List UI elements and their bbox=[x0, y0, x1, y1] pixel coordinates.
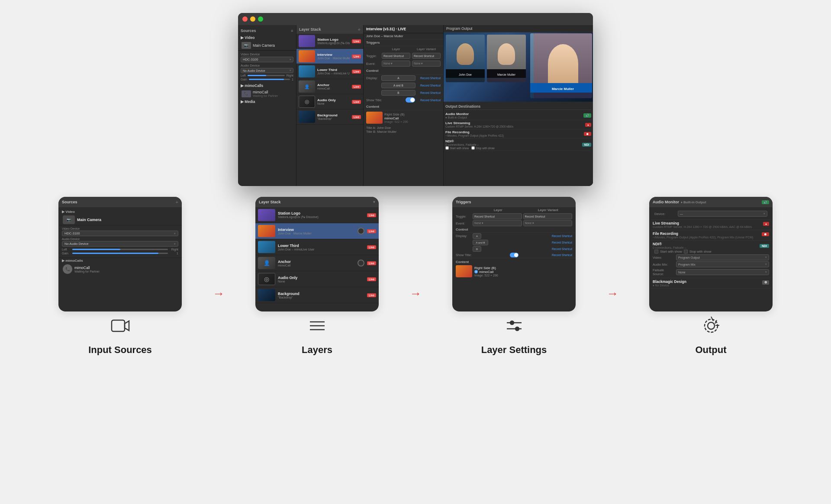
failsafe-select[interactable]: None ▾ bbox=[676, 269, 769, 275]
event-layer-select[interactable]: None ▾ bbox=[382, 61, 410, 67]
live-badge-anchor: Live bbox=[352, 85, 361, 89]
start-show-checkbox[interactable] bbox=[654, 250, 658, 254]
person4-large: Marcie Muller bbox=[534, 33, 592, 98]
layer-thumb-bg bbox=[299, 111, 315, 123]
audio-monitor-dest: Audio Monitor ♦ Built-in Output 🔊 bbox=[445, 111, 591, 120]
live-badge-lower: Live bbox=[352, 70, 361, 74]
ls-show-title-row: Show Title: Record Shortcut bbox=[452, 252, 576, 258]
lc-dial[interactable] bbox=[358, 228, 364, 234]
lc-thumb-bg2 bbox=[258, 289, 275, 301]
lc-station-logo[interactable]: Station Logo StationLogo@2x (⅔ Dissolve)… bbox=[255, 207, 379, 223]
ndi-dest: NDI® 0 connections, Failsafe – Start wit… bbox=[445, 138, 591, 151]
content-thumb bbox=[366, 112, 383, 124]
ls-a-btn[interactable]: A bbox=[473, 233, 481, 239]
video-out-select[interactable]: Program Output ▾ bbox=[676, 254, 769, 260]
display-a-btn[interactable]: A bbox=[381, 75, 416, 81]
show-title-toggle[interactable] bbox=[406, 97, 415, 103]
lc-lower-third[interactable]: Lower Third John Doe – mimoLive User Liv… bbox=[255, 239, 379, 255]
start-with-show-checkbox[interactable] bbox=[445, 146, 449, 150]
layers-panel-header: Layer Stack + bbox=[296, 25, 363, 34]
pan-slider[interactable] bbox=[72, 249, 168, 250]
audio-device-select[interactable]: No Audio Device ▾ bbox=[241, 68, 293, 73]
layer-interview[interactable]: Interview John Doe · Marcie Muller Live bbox=[296, 49, 363, 64]
lc-background[interactable]: Background "Backdrop" Live bbox=[255, 287, 379, 303]
gain-slider[interactable] bbox=[72, 253, 168, 254]
ls-b-btn[interactable]: B bbox=[473, 246, 481, 252]
ndi-badge: NDI bbox=[582, 143, 591, 147]
arrow-right-icon-3: → bbox=[606, 287, 618, 301]
lc-interview[interactable]: Interview John Doe · Marcie Muller Live bbox=[255, 223, 379, 239]
svg-rect-0 bbox=[112, 320, 125, 331]
mimo-calls-label[interactable]: ▶ mimoCalls bbox=[58, 257, 182, 263]
file-recording-dest: File Recording ~/Movies, Program Output … bbox=[445, 129, 591, 138]
svg-marker-1 bbox=[125, 321, 129, 331]
ls-ab-btn[interactable]: A and B bbox=[473, 240, 488, 245]
lc-anchor[interactable]: 👤 Anchor mimoCall Live bbox=[255, 255, 379, 271]
audio-mix-select[interactable]: Program Mix ▾ bbox=[676, 261, 769, 267]
video-group-header[interactable]: ▶ Video bbox=[238, 35, 296, 41]
sources-panel-header: Sources + bbox=[238, 27, 296, 35]
ls-event-variant[interactable]: None ▾ bbox=[523, 220, 573, 226]
stop-show-checkbox[interactable] bbox=[684, 250, 688, 254]
mimo-thumb: 📞 bbox=[242, 90, 251, 97]
layer-background[interactable]: Background "Backdrop" Live bbox=[296, 109, 363, 125]
mimo-calls-group[interactable]: ▶ mimoCalls bbox=[238, 83, 296, 89]
lc-dial-2[interactable] bbox=[358, 260, 364, 266]
event-variant-select[interactable]: None ▾ bbox=[412, 61, 441, 67]
layer-audio-only[interactable]: ◎ Audio Only None Live bbox=[296, 94, 363, 109]
maximize-button[interactable] bbox=[258, 16, 263, 22]
ls-show-title-toggle[interactable] bbox=[510, 253, 519, 257]
layer-thumb-purple bbox=[299, 35, 315, 47]
file-recording-out-badge: ⏺ bbox=[762, 232, 769, 236]
toggle-layer-select[interactable]: Record Shortcut bbox=[382, 53, 410, 59]
ls-toggle-row: Toggle: Record Shortcut Record Shortcut bbox=[452, 213, 576, 220]
source-item-main-camera[interactable]: 📷 Main Camera bbox=[238, 41, 296, 50]
display-b-row: B Record Shortcut bbox=[364, 89, 443, 96]
video-device-dropdown[interactable]: HDC-3100 ▾ bbox=[62, 231, 178, 236]
source-item-mimocall[interactable]: 📞 mimoCall Waiting for Partner bbox=[238, 89, 296, 99]
out-live-streaming: Live Streaming Custom RTMP Server, H.264… bbox=[651, 220, 771, 230]
content-section: Content bbox=[364, 103, 443, 110]
layer-thumb-blue bbox=[299, 65, 315, 77]
minimize-button[interactable] bbox=[250, 16, 255, 22]
ls-content-thumb bbox=[456, 265, 472, 277]
ls-event-layer[interactable]: None ▾ bbox=[473, 220, 522, 226]
video-group-label[interactable]: ▶ Video bbox=[58, 209, 182, 215]
input-sources-icon bbox=[107, 315, 133, 337]
layer-thumb-orange bbox=[299, 50, 315, 62]
video-device-select[interactable]: HDC-3100 ▾ bbox=[241, 57, 293, 62]
person1-card: John Doe bbox=[446, 35, 485, 82]
lc-thumb-grey2: 👤 bbox=[258, 257, 275, 269]
is-main-camera[interactable]: 📷 Main Camera bbox=[58, 215, 182, 225]
triggers-section: Triggers bbox=[364, 39, 443, 46]
layers-card: Layer Stack + Station Logo StationLogo@2… bbox=[255, 197, 379, 311]
layer-settings-icon bbox=[501, 315, 527, 337]
layer-anchor[interactable]: 👤 Anchor mimoCall Live bbox=[296, 79, 363, 94]
layer-thumb-grey: 👤 bbox=[299, 80, 315, 93]
settings-panel: Interview (v3.31) · LIVE John Doe – Marc… bbox=[364, 25, 444, 186]
display-ab-btn[interactable]: A and B bbox=[381, 83, 416, 88]
device-select[interactable]: — ▾ bbox=[678, 211, 767, 217]
output-card: Audio Monitor ♦ Built-in Output 🔊 Device… bbox=[649, 197, 773, 311]
ls-event-row: Event: None ▾ None ▾ bbox=[452, 220, 576, 227]
media-group[interactable]: ▶ Media bbox=[238, 99, 296, 105]
layer-lower-third[interactable]: Lower Third John Doe – mimoLive User Liv… bbox=[296, 64, 363, 79]
is-mimo-call[interactable]: 📞 mimoCall Waiting for Partner bbox=[58, 263, 182, 275]
step-layer-settings: Triggers Layer Layer Variant Toggle: Rec… bbox=[428, 197, 599, 356]
lc-thumb-purple bbox=[258, 209, 275, 221]
display-b-btn[interactable]: B bbox=[381, 90, 416, 96]
lc-live-badge-3: Live bbox=[367, 245, 376, 249]
toggle-variant-select[interactable]: Record Shortcut bbox=[412, 53, 441, 59]
ls-toggle-variant[interactable]: Record Shortcut bbox=[523, 213, 573, 219]
close-button[interactable] bbox=[242, 16, 248, 22]
add-layer-button[interactable]: + bbox=[373, 200, 375, 204]
arrow-2: → bbox=[403, 197, 428, 356]
ls-toggle-layer[interactable]: Record Shortcut bbox=[473, 213, 522, 219]
stop-with-show-checkbox[interactable] bbox=[471, 146, 475, 150]
input-sources-card: Sources + ▶ Video 📷 Main Camera bbox=[58, 197, 182, 311]
layer-station-logo[interactable]: Station Logo StationLogo@2x (⅔ Dis… Live bbox=[296, 34, 363, 49]
lc-audio-only[interactable]: ◎ Audio Only None Live bbox=[255, 271, 379, 287]
live-streaming-badge: ● bbox=[585, 123, 591, 127]
output-destinations: Output Destinations Audio Monitor ♦ Buil… bbox=[444, 102, 593, 186]
audio-device-dropdown[interactable]: No Audio Device ▾ bbox=[62, 241, 178, 247]
